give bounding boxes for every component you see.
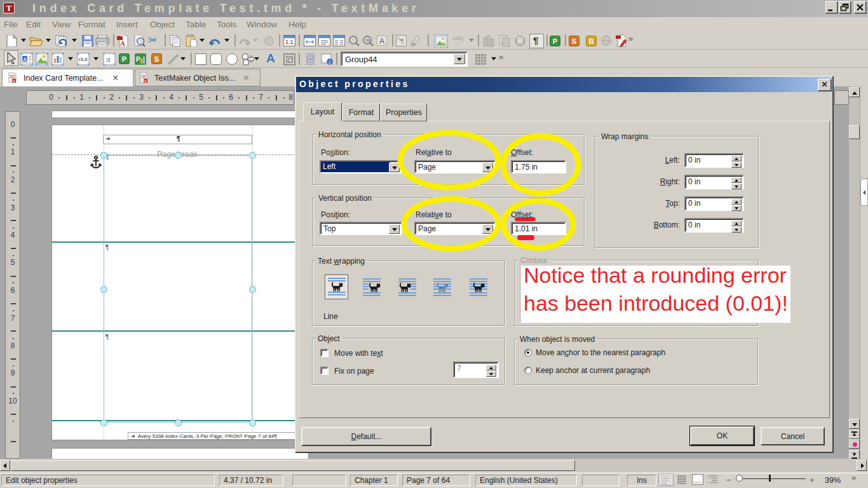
svg-text:π: π — [106, 55, 111, 64]
svg-text:¶: ¶ — [400, 37, 403, 44]
svg-text:OLE: OLE — [79, 57, 88, 62]
svg-text:P: P — [136, 56, 140, 63]
svg-text:1:1: 1:1 — [285, 39, 294, 45]
svg-text:A: A — [120, 39, 125, 47]
svg-text:i: i — [329, 60, 330, 65]
svg-text:A: A — [24, 57, 27, 62]
svg-text:%: % — [365, 37, 370, 43]
